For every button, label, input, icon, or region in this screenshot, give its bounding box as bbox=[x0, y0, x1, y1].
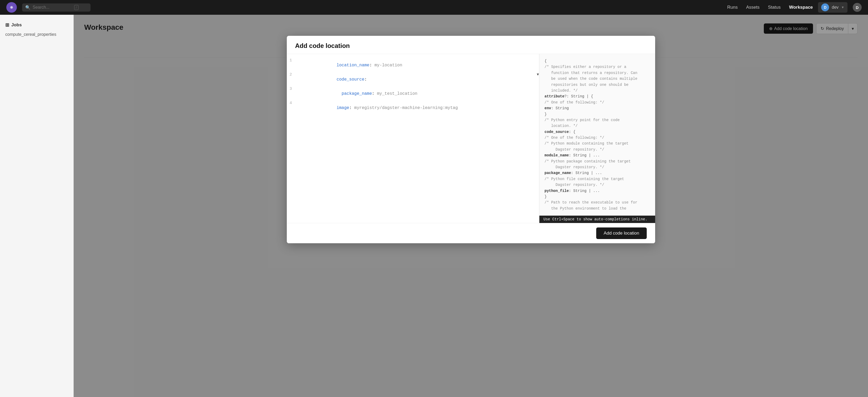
schema-close-brace-2: } bbox=[545, 194, 547, 199]
search-input[interactable] bbox=[33, 5, 72, 10]
token-key-4: image bbox=[337, 105, 349, 110]
token-value-1: my-location bbox=[372, 63, 402, 68]
topnav: 🔍 / Runs Assets Status Workspace D dev ▼… bbox=[0, 0, 868, 15]
user-name: dev bbox=[832, 5, 839, 10]
line-num-2: 2 bbox=[287, 72, 296, 77]
nav-workspace[interactable]: Workspace bbox=[789, 5, 813, 10]
schema-comment-2: /* One of the following: */ bbox=[545, 100, 604, 104]
sidebar: ⊞ Jobs compute_cereal_properties bbox=[0, 15, 74, 397]
schema-comment-8: /* Path to reach the executable to use f… bbox=[545, 200, 638, 210]
line-num-3: 3 bbox=[287, 87, 296, 91]
line-content-3: package_name: my_test_location bbox=[296, 87, 539, 101]
collapse-triangle-icon: ▼ bbox=[537, 72, 539, 77]
line-content-4: image: myregistry/dagster-machine-learni… bbox=[296, 101, 539, 115]
schema-comment-6: /* Python package containing the target … bbox=[545, 159, 631, 169]
app-logo[interactable] bbox=[6, 2, 17, 12]
nav-status[interactable]: Status bbox=[768, 5, 781, 10]
modal-overlay: Add code location 1 location_name: my-lo… bbox=[74, 15, 868, 397]
sidebar-section-jobs: ⊞ Jobs bbox=[0, 20, 73, 30]
jobs-icon: ⊞ bbox=[5, 22, 9, 28]
search-icon: 🔍 bbox=[25, 5, 31, 10]
modal-header: Add code location bbox=[287, 36, 655, 54]
modal-title: Add code location bbox=[295, 42, 647, 50]
user-menu[interactable]: D dev ▼ bbox=[818, 2, 847, 12]
token-colon-4: : bbox=[349, 105, 352, 110]
schema-panel: { /* Specifies either a repository or a … bbox=[539, 54, 655, 216]
modal-footer: Add code location bbox=[287, 223, 655, 243]
schema-attribute-key: attribute bbox=[545, 94, 565, 98]
sidebar-section-label: Jobs bbox=[11, 22, 22, 28]
topnav-links: Runs Assets Status Workspace bbox=[727, 5, 813, 10]
line-content-2: code_source: bbox=[296, 72, 536, 87]
schema-panel-container: { /* Specifies either a repository or a … bbox=[539, 54, 655, 223]
schema-open-brace: { bbox=[545, 59, 547, 63]
token-colon-2: : bbox=[364, 77, 367, 82]
line-content-1: location_name: my-location bbox=[296, 58, 539, 72]
main-layout: ⊞ Jobs compute_cereal_properties Workspa… bbox=[0, 15, 868, 397]
schema-comment-1: /* Specifies either a repository or a fu… bbox=[545, 65, 638, 93]
line-num-1: 1 bbox=[287, 58, 296, 63]
schema-close-brace-1: } bbox=[545, 112, 547, 116]
sidebar-item-compute-cereal[interactable]: compute_cereal_properties bbox=[0, 30, 73, 39]
editor-line-4: 4 image: myregistry/dagster-machine-lear… bbox=[287, 101, 539, 115]
schema-comment-4: /* One of the following: */ bbox=[545, 135, 604, 140]
user-avatar-2[interactable]: D bbox=[853, 3, 862, 12]
schema-attribute-type: ?: String | { bbox=[564, 94, 593, 98]
editor-line-2: 2 code_source: ▼ bbox=[287, 72, 539, 87]
svg-point-1 bbox=[10, 6, 12, 8]
schema-env-key: env bbox=[545, 106, 551, 110]
search-box[interactable]: 🔍 / bbox=[22, 3, 91, 11]
token-key-3: package_name bbox=[342, 91, 372, 96]
schema-python-file-key: python_file bbox=[545, 189, 569, 193]
schema-package-name-type: : String | ... bbox=[571, 171, 602, 175]
schema-comment-7: /* Python file containing the target Dag… bbox=[545, 177, 624, 187]
token-indent-3 bbox=[337, 91, 342, 96]
token-key-2: code_source bbox=[337, 77, 364, 82]
nav-runs[interactable]: Runs bbox=[727, 5, 738, 10]
token-value-4: myregistry/dagster-machine-learning:myta… bbox=[352, 105, 458, 110]
schema-code-source-key: code_source bbox=[545, 130, 569, 134]
editor-line-1: 1 location_name: my-location bbox=[287, 58, 539, 72]
add-code-location-modal: Add code location 1 location_name: my-lo… bbox=[287, 36, 655, 243]
main-content: Workspace ⊕ Add code location ↻ Redeploy… bbox=[74, 15, 868, 397]
editor-line-3: 3 package_name: my_test_location bbox=[287, 87, 539, 101]
token-value-3: my_test_location bbox=[374, 91, 417, 96]
schema-package-name-key: package_name bbox=[545, 171, 571, 175]
chevron-down-icon: ▼ bbox=[841, 5, 844, 9]
search-shortcut: / bbox=[74, 5, 79, 10]
nav-assets[interactable]: Assets bbox=[746, 5, 760, 10]
token-key-1: location_name bbox=[337, 63, 369, 68]
schema-module-name-key: module_name bbox=[545, 153, 569, 157]
code-editor[interactable]: 1 location_name: my-location 2 code_sour… bbox=[287, 54, 539, 223]
schema-comment-5: /* Python module containing the target D… bbox=[545, 141, 628, 151]
schema-comment-3: /* Python entry point for the code locat… bbox=[545, 118, 620, 128]
token-colon-1: : bbox=[369, 63, 372, 68]
submit-button[interactable]: Add code location bbox=[596, 227, 647, 239]
schema-hint-bar: Use Ctrl+Space to show auto-completions … bbox=[539, 216, 655, 223]
schema-code-source-type: : { bbox=[569, 130, 576, 134]
token-colon-3: : bbox=[372, 91, 375, 96]
schema-env-type: : String bbox=[551, 106, 569, 110]
schema-python-file-type: : String | ... bbox=[569, 189, 600, 193]
line-num-4: 4 bbox=[287, 101, 296, 105]
user-avatar: D bbox=[821, 3, 829, 11]
modal-body: 1 location_name: my-location 2 code_sour… bbox=[287, 54, 655, 223]
schema-module-name-type: : String | ... bbox=[569, 153, 600, 157]
